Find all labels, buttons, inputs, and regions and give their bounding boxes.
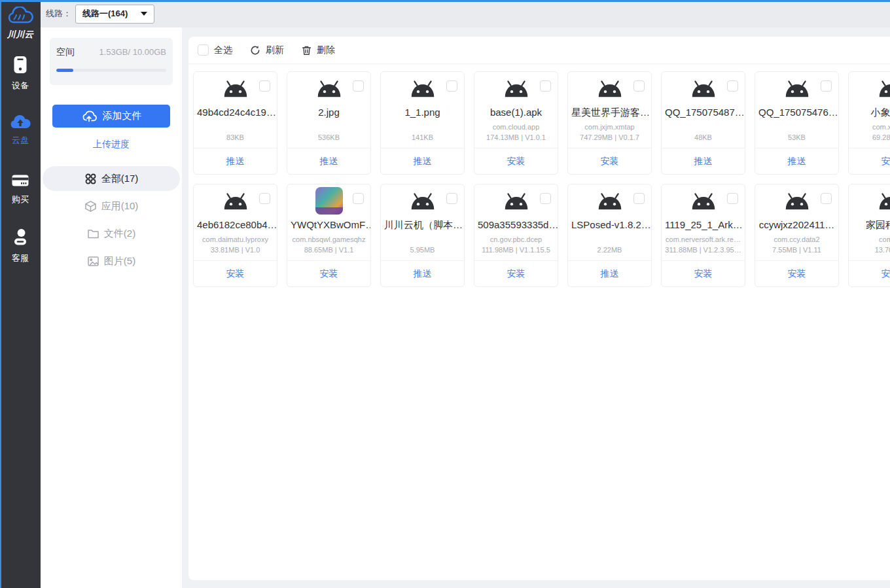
- line-dropdown[interactable]: 线路一(164): [75, 5, 154, 24]
- file-action-link[interactable]: 安装: [474, 148, 558, 174]
- file-checkbox[interactable]: [727, 80, 738, 92]
- file-package: com.jxjm.xmtap: [568, 122, 651, 132]
- file-card[interactable]: 星美世界手游客… com.jxjm.xmtap 747.29MB | V0.1.…: [567, 71, 652, 175]
- file-card[interactable]: 509a35593335d… cn.gov.pbc.dcep 111.98MB …: [474, 184, 558, 287]
- file-size-version: 88.65MB | V1.1: [287, 245, 370, 255]
- file-action-link[interactable]: 推送: [381, 260, 464, 286]
- file-size-version: 53KB: [755, 132, 838, 143]
- file-size-version: 2.22MB: [568, 245, 651, 255]
- file-checkbox[interactable]: [259, 80, 270, 92]
- file-card[interactable]: QQ_175075487… 48KB 推送: [661, 71, 745, 175]
- android-icon: [501, 192, 531, 213]
- file-name: 星美世界手游客…: [568, 105, 651, 119]
- file-card[interactable]: 家园种菜… com.… 13.70M… 安装: [848, 184, 890, 287]
- file-action-link[interactable]: 安装: [755, 260, 838, 286]
- file-name: 小象云…: [849, 105, 890, 119]
- sidebar-item-customer-service[interactable]: 客服: [11, 228, 29, 264]
- category-label: 图片(5): [104, 255, 135, 268]
- storage-progress-track: [56, 69, 166, 72]
- delete-label: 删除: [317, 44, 335, 56]
- file-checkbox[interactable]: [353, 80, 364, 92]
- file-action-link[interactable]: 安装: [849, 148, 890, 174]
- upload-progress-link[interactable]: 上传进度: [41, 139, 182, 150]
- file-checkbox[interactable]: [540, 80, 551, 92]
- cloud-disk-panel: 空间 1.53GB/ 10.00GB 添加文件 上传进度 全部(17): [41, 27, 182, 588]
- delete-button[interactable]: 删除: [302, 44, 335, 56]
- storage-box: 空间 1.53GB/ 10.00GB: [50, 38, 173, 85]
- trash-icon: [302, 45, 312, 56]
- category-all[interactable]: 全部(17): [43, 166, 180, 191]
- android-icon: [688, 192, 719, 213]
- file-checkbox[interactable]: [633, 193, 645, 204]
- file-meta: com.xiao… 69.28MB…: [849, 122, 890, 143]
- file-size-version: 7.55MB | V1.11: [755, 245, 838, 255]
- file-action-link[interactable]: 安装: [849, 260, 890, 286]
- file-toolbar: 全选 刷新 删除: [188, 37, 890, 64]
- file-size-version: 5.95MB: [381, 245, 464, 255]
- file-card[interactable]: 川川云机（脚本… 5.95MB 推送: [380, 184, 465, 287]
- add-file-button-label: 添加文件: [103, 110, 142, 122]
- file-package: [194, 122, 277, 132]
- file-checkbox[interactable]: [446, 193, 457, 204]
- storage-value: 1.53GB/ 10.00GB: [99, 47, 166, 57]
- refresh-button[interactable]: 刷新: [250, 44, 284, 56]
- file-checkbox[interactable]: [353, 193, 364, 204]
- file-checkbox[interactable]: [821, 80, 832, 92]
- category-list: 全部(17) 应用(10) 文件(2): [41, 166, 182, 273]
- storage-label: 空间: [56, 46, 75, 58]
- file-card[interactable]: 4eb6182ce80b4… com.daimatu.lyproxy 33.81…: [193, 184, 277, 287]
- file-meta: com.cloud.app 174.13MB | V1.0.1: [474, 122, 558, 143]
- select-all-group[interactable]: 全选: [198, 44, 232, 56]
- file-card[interactable]: YWQtYXBwOmF… com.nbsqwl.gamesqhz 88.65MB…: [287, 184, 371, 287]
- file-action-link[interactable]: 推送: [194, 148, 277, 174]
- file-action-link[interactable]: 安装: [662, 260, 745, 286]
- file-action-link[interactable]: 推送: [568, 260, 651, 286]
- folder-icon: [87, 228, 99, 240]
- android-icon: [876, 192, 890, 213]
- sidebar-item-buy[interactable]: 购买: [11, 173, 29, 205]
- file-action-link[interactable]: 安装: [474, 260, 558, 286]
- file-checkbox[interactable]: [821, 193, 832, 204]
- file-meta: com.nerversoft.ark.re… 311.88MB | V1.2.3…: [662, 234, 745, 255]
- file-action-link[interactable]: 推送: [287, 148, 370, 174]
- file-checkbox[interactable]: [446, 80, 457, 92]
- file-card[interactable]: 1119_25_1_Ark… com.nerversoft.ark.re… 31…: [661, 184, 745, 287]
- file-checkbox[interactable]: [540, 193, 551, 204]
- category-apps[interactable]: 应用(10): [43, 194, 180, 218]
- category-images[interactable]: 图片(5): [43, 249, 180, 273]
- file-action-link[interactable]: 推送: [755, 148, 838, 174]
- file-card[interactable]: LSPosed-v1.8.2… 2.22MB 推送: [567, 184, 652, 287]
- file-action-link[interactable]: 安装: [194, 260, 277, 286]
- file-checkbox[interactable]: [633, 80, 645, 92]
- cloud-upload-outline-icon: [81, 110, 97, 122]
- add-file-button[interactable]: 添加文件: [52, 105, 170, 128]
- file-action-link[interactable]: 安装: [568, 148, 651, 174]
- file-action-link[interactable]: 推送: [381, 148, 464, 174]
- file-card[interactable]: ccywjxz202411… com.ccy.data2 7.55MB | V1…: [755, 184, 839, 287]
- file-meta: com.daimatu.lyproxy 33.81MB | V1.0: [194, 234, 277, 255]
- file-card[interactable]: 1_1.png 141KB 推送: [380, 71, 465, 175]
- file-card[interactable]: base(1).apk com.cloud.app 174.13MB | V1.…: [474, 71, 558, 175]
- file-checkbox[interactable]: [727, 193, 738, 204]
- file-name: 2.jpg: [287, 105, 370, 119]
- app-logo-text: 川川云: [7, 29, 34, 41]
- file-meta: 141KB: [381, 122, 464, 143]
- sidebar-item-cloud-disk[interactable]: 云盘: [9, 114, 31, 147]
- file-name: 家园种菜…: [849, 218, 890, 232]
- file-name: 1_1.png: [381, 105, 464, 119]
- file-checkbox[interactable]: [259, 193, 270, 204]
- category-label: 全部(17): [101, 173, 139, 185]
- android-icon: [595, 192, 625, 213]
- file-card[interactable]: 小象云… com.xiao… 69.28MB… 安装: [848, 71, 890, 175]
- file-card[interactable]: 2.jpg 536KB 推送: [287, 71, 371, 175]
- file-action-link[interactable]: 安装: [287, 260, 370, 286]
- file-action-link[interactable]: 推送: [662, 148, 745, 174]
- android-icon: [876, 80, 890, 101]
- sidebar-item-device[interactable]: 设备: [12, 55, 29, 92]
- file-meta: com.… 13.70M…: [849, 234, 890, 255]
- file-card[interactable]: QQ_175075476… 53KB 推送: [755, 71, 839, 175]
- select-all-checkbox[interactable]: [198, 44, 209, 56]
- file-card[interactable]: 49b4cd24c4c19… 83KB 推送: [193, 71, 277, 175]
- category-files[interactable]: 文件(2): [43, 221, 180, 246]
- line-dropdown-value: 线路一(164): [82, 8, 138, 20]
